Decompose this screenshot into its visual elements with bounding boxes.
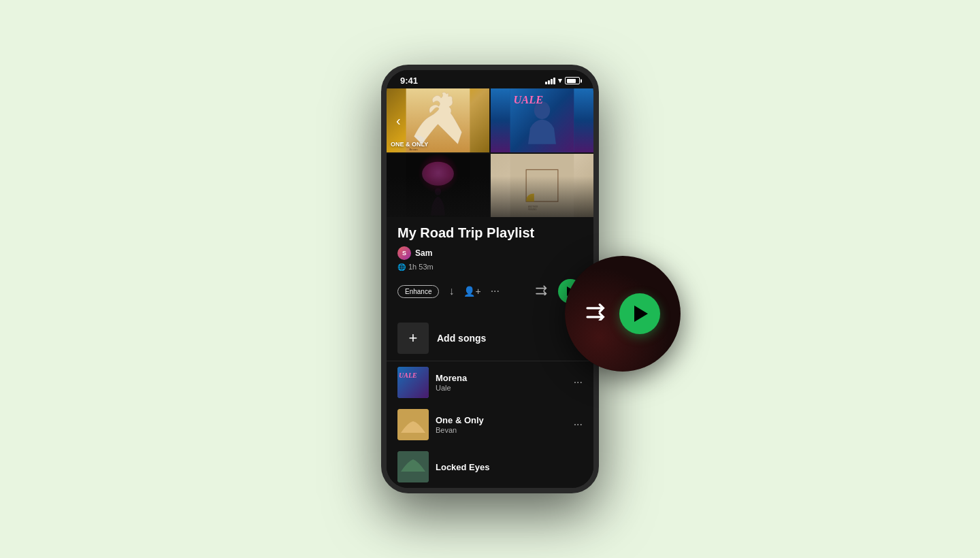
floating-circle <box>565 256 681 372</box>
song-row-morena[interactable]: UALE Morena Uale ··· <box>387 361 593 404</box>
song-more-morena[interactable]: ··· <box>574 376 583 389</box>
song-artist-morena: Uale <box>436 384 567 392</box>
download-icon[interactable]: ↓ <box>448 285 454 297</box>
add-songs-label: Add songs <box>437 333 486 344</box>
float-play-button[interactable] <box>619 293 660 334</box>
phone-screen: 9:41 ▾ ‹ <box>387 70 593 488</box>
song-row-locked-eyes[interactable]: Locked Eyes <box>387 446 593 488</box>
signal-bar-2 <box>548 80 550 84</box>
album-art-grid-container: ‹ <box>387 88 593 217</box>
song-thumb-morena-art: UALE <box>397 367 429 398</box>
song-artist-one-only: Bevan <box>436 426 567 434</box>
svg-text:UALE: UALE <box>513 93 543 106</box>
add-songs-icon: + <box>397 323 429 354</box>
globe-icon: 🌐 <box>397 263 406 271</box>
shuffle-button[interactable] <box>535 284 549 299</box>
enhance-button[interactable]: Enhance <box>397 285 439 298</box>
album-art-uale: UALE <box>491 88 593 152</box>
signal-bar-4 <box>553 78 555 84</box>
battery-fill <box>567 79 576 83</box>
shuffle-icon <box>535 284 549 295</box>
song-title-one-only: One & Only <box>436 415 567 425</box>
svg-text:UALE: UALE <box>399 372 417 379</box>
album-label-one-only-text: ONE & ONLY <box>391 141 428 148</box>
song-more-one-only[interactable]: ··· <box>574 419 583 431</box>
song-thumb-bevan-art <box>397 409 429 440</box>
signal-bars-icon <box>545 78 555 84</box>
controls-row: Enhance ↓ 👤+ ··· <box>397 278 583 310</box>
song-thumb-locked-eyes-art <box>397 451 429 482</box>
song-list: + Add songs <box>387 316 593 488</box>
signal-bar-3 <box>551 79 553 84</box>
status-icons: ▾ <box>545 76 580 85</box>
add-user-icon[interactable]: 👤+ <box>463 286 480 297</box>
song-info-morena: Morena Uale <box>436 373 567 392</box>
album-art-bevan: Bevan ONE & ONLY <box>387 88 489 152</box>
status-bar: 9:41 ▾ <box>387 70 593 88</box>
float-shuffle-button[interactable] <box>585 303 607 325</box>
album-art-uale-svg: UALE <box>491 88 593 152</box>
float-shuffle-icon <box>585 303 607 321</box>
playlist-author-row[interactable]: S Sam <box>397 246 583 260</box>
author-avatar: S <box>397 246 411 260</box>
floating-controls <box>565 256 681 372</box>
song-thumb-morena: UALE <box>397 367 429 398</box>
song-title-locked-eyes: Locked Eyes <box>436 462 583 472</box>
album-overlay <box>387 176 593 217</box>
song-info-locked-eyes: Locked Eyes <box>436 462 583 472</box>
playlist-info: My Road Trip Playlist S Sam 🌐 1h 53m Enh… <box>387 217 593 316</box>
song-info-one-only: One & Only Bevan <box>436 415 567 434</box>
playlist-meta: 🌐 1h 53m <box>397 263 583 271</box>
playlist-title: My Road Trip Playlist <box>397 225 583 241</box>
float-play-icon <box>634 306 648 322</box>
more-options-icon[interactable]: ··· <box>491 285 500 297</box>
signal-bar-1 <box>545 82 547 84</box>
song-title-morena: Morena <box>436 373 567 383</box>
status-time: 9:41 <box>400 76 418 86</box>
song-thumb-locked-eyes <box>397 451 429 482</box>
phone-device: 9:41 ▾ ‹ <box>381 65 599 493</box>
album-label-one-only: ONE & ONLY <box>391 142 428 148</box>
author-name: Sam <box>415 248 432 258</box>
wifi-icon: ▾ <box>558 76 562 85</box>
playlist-duration: 1h 53m <box>408 263 434 271</box>
add-songs-row[interactable]: + Add songs <box>387 316 593 361</box>
battery-icon <box>565 77 580 84</box>
song-thumb-one-only <box>397 409 429 440</box>
back-button[interactable]: ‹ <box>396 113 401 129</box>
song-row-one-only[interactable]: One & Only Bevan ··· <box>387 404 593 446</box>
